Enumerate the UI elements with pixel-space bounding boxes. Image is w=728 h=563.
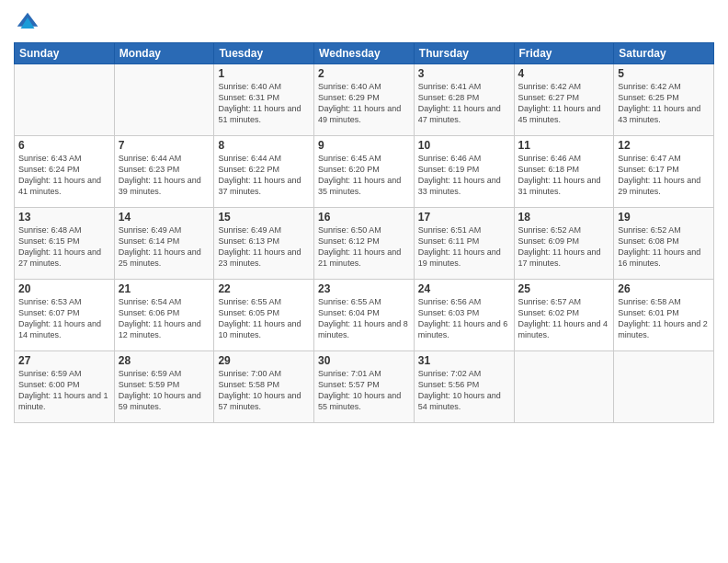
calendar-cell: 29Sunrise: 7:00 AMSunset: 5:58 PMDayligh… <box>214 351 314 423</box>
day-info: Sunrise: 6:44 AMSunset: 6:23 PMDaylight:… <box>119 153 210 198</box>
day-number: 6 <box>18 139 110 152</box>
day-info: Sunrise: 6:45 AMSunset: 6:20 PMDaylight:… <box>318 153 410 198</box>
day-info: Sunrise: 6:59 AMSunset: 6:00 PMDaylight:… <box>18 368 110 413</box>
calendar-cell: 19Sunrise: 6:52 AMSunset: 6:08 PMDayligh… <box>614 208 714 280</box>
day-info: Sunrise: 6:44 AMSunset: 6:22 PMDaylight:… <box>218 153 310 198</box>
calendar-cell: 22Sunrise: 6:55 AMSunset: 6:05 PMDayligh… <box>214 280 314 351</box>
day-number: 9 <box>318 139 410 152</box>
day-number: 12 <box>618 139 710 152</box>
calendar-cell <box>114 64 214 136</box>
logo-icon <box>14 9 41 37</box>
calendar-cell: 5Sunrise: 6:42 AMSunset: 6:25 PMDaylight… <box>614 64 714 136</box>
day-number: 25 <box>518 282 610 295</box>
week-row-4: 20Sunrise: 6:53 AMSunset: 6:07 PMDayligh… <box>15 280 714 351</box>
day-info: Sunrise: 6:46 AMSunset: 6:19 PMDaylight:… <box>418 153 510 198</box>
day-info: Sunrise: 6:59 AMSunset: 5:59 PMDaylight:… <box>119 368 210 413</box>
calendar-cell <box>15 64 115 136</box>
calendar-cell: 12Sunrise: 6:47 AMSunset: 6:17 PMDayligh… <box>614 136 714 208</box>
day-info: Sunrise: 6:42 AMSunset: 6:27 PMDaylight:… <box>518 81 610 126</box>
calendar-cell: 13Sunrise: 6:48 AMSunset: 6:15 PMDayligh… <box>15 208 115 280</box>
day-number: 10 <box>418 139 510 152</box>
calendar-cell: 8Sunrise: 6:44 AMSunset: 6:22 PMDaylight… <box>214 136 314 208</box>
day-info: Sunrise: 6:54 AMSunset: 6:06 PMDaylight:… <box>119 296 210 341</box>
day-number: 15 <box>218 211 310 224</box>
day-info: Sunrise: 6:47 AMSunset: 6:17 PMDaylight:… <box>618 153 710 198</box>
calendar-cell <box>614 351 714 423</box>
calendar-cell: 11Sunrise: 6:46 AMSunset: 6:18 PMDayligh… <box>514 136 614 208</box>
weekday-header-wednesday: Wednesday <box>314 43 415 64</box>
day-number: 19 <box>618 211 710 224</box>
calendar-cell: 26Sunrise: 6:58 AMSunset: 6:01 PMDayligh… <box>614 280 714 351</box>
day-info: Sunrise: 6:41 AMSunset: 6:28 PMDaylight:… <box>418 81 510 126</box>
day-info: Sunrise: 7:02 AMSunset: 5:56 PMDaylight:… <box>418 368 510 413</box>
calendar-cell: 4Sunrise: 6:42 AMSunset: 6:27 PMDaylight… <box>514 64 614 136</box>
day-number: 13 <box>18 211 110 224</box>
calendar-cell: 10Sunrise: 6:46 AMSunset: 6:19 PMDayligh… <box>414 136 514 208</box>
header <box>14 9 714 37</box>
calendar-cell: 7Sunrise: 6:44 AMSunset: 6:23 PMDaylight… <box>114 136 214 208</box>
calendar-cell: 30Sunrise: 7:01 AMSunset: 5:57 PMDayligh… <box>314 351 415 423</box>
week-row-3: 13Sunrise: 6:48 AMSunset: 6:15 PMDayligh… <box>15 208 714 280</box>
week-row-2: 6Sunrise: 6:43 AMSunset: 6:24 PMDaylight… <box>15 136 714 208</box>
calendar-cell: 6Sunrise: 6:43 AMSunset: 6:24 PMDaylight… <box>15 136 115 208</box>
day-number: 4 <box>518 67 610 80</box>
day-number: 30 <box>318 354 410 367</box>
weekday-header-thursday: Thursday <box>414 43 514 64</box>
day-number: 24 <box>418 282 510 295</box>
page: SundayMondayTuesdayWednesdayThursdayFrid… <box>0 0 728 563</box>
day-number: 1 <box>218 67 310 80</box>
day-info: Sunrise: 6:52 AMSunset: 6:08 PMDaylight:… <box>618 224 710 270</box>
day-info: Sunrise: 6:40 AMSunset: 6:31 PMDaylight:… <box>218 81 310 126</box>
day-info: Sunrise: 6:52 AMSunset: 6:09 PMDaylight:… <box>518 224 610 270</box>
day-info: Sunrise: 6:57 AMSunset: 6:02 PMDaylight:… <box>518 296 610 341</box>
weekday-header-monday: Monday <box>114 43 214 64</box>
day-number: 17 <box>418 211 510 224</box>
calendar-cell <box>514 351 614 423</box>
day-number: 11 <box>518 139 610 152</box>
calendar-cell: 16Sunrise: 6:50 AMSunset: 6:12 PMDayligh… <box>314 208 415 280</box>
logo <box>14 9 45 37</box>
calendar-cell: 3Sunrise: 6:41 AMSunset: 6:28 PMDaylight… <box>414 64 514 136</box>
day-number: 26 <box>618 282 710 295</box>
day-number: 14 <box>119 211 210 224</box>
weekday-header-tuesday: Tuesday <box>214 43 314 64</box>
day-info: Sunrise: 6:42 AMSunset: 6:25 PMDaylight:… <box>618 81 710 126</box>
calendar-cell: 1Sunrise: 6:40 AMSunset: 6:31 PMDaylight… <box>214 64 314 136</box>
day-info: Sunrise: 6:50 AMSunset: 6:12 PMDaylight:… <box>318 224 410 270</box>
calendar-cell: 20Sunrise: 6:53 AMSunset: 6:07 PMDayligh… <box>15 280 115 351</box>
weekday-header-sunday: Sunday <box>15 43 115 64</box>
weekday-header-row: SundayMondayTuesdayWednesdayThursdayFrid… <box>15 43 714 64</box>
day-info: Sunrise: 7:00 AMSunset: 5:58 PMDaylight:… <box>218 368 310 413</box>
day-info: Sunrise: 6:58 AMSunset: 6:01 PMDaylight:… <box>618 296 710 341</box>
calendar-table: SundayMondayTuesdayWednesdayThursdayFrid… <box>14 42 714 423</box>
calendar-cell: 9Sunrise: 6:45 AMSunset: 6:20 PMDaylight… <box>314 136 415 208</box>
day-number: 21 <box>119 282 210 295</box>
day-number: 7 <box>119 139 210 152</box>
calendar-cell: 31Sunrise: 7:02 AMSunset: 5:56 PMDayligh… <box>414 351 514 423</box>
day-number: 16 <box>318 211 410 224</box>
week-row-1: 1Sunrise: 6:40 AMSunset: 6:31 PMDaylight… <box>15 64 714 136</box>
day-info: Sunrise: 6:40 AMSunset: 6:29 PMDaylight:… <box>318 81 410 126</box>
calendar-cell: 24Sunrise: 6:56 AMSunset: 6:03 PMDayligh… <box>414 280 514 351</box>
day-info: Sunrise: 6:49 AMSunset: 6:13 PMDaylight:… <box>218 224 310 270</box>
day-number: 28 <box>119 354 210 367</box>
day-info: Sunrise: 6:49 AMSunset: 6:14 PMDaylight:… <box>119 224 210 270</box>
calendar-cell: 17Sunrise: 6:51 AMSunset: 6:11 PMDayligh… <box>414 208 514 280</box>
calendar-cell: 25Sunrise: 6:57 AMSunset: 6:02 PMDayligh… <box>514 280 614 351</box>
day-number: 20 <box>18 282 110 295</box>
weekday-header-saturday: Saturday <box>614 43 714 64</box>
day-number: 3 <box>418 67 510 80</box>
calendar-cell: 23Sunrise: 6:55 AMSunset: 6:04 PMDayligh… <box>314 280 415 351</box>
day-number: 8 <box>218 139 310 152</box>
day-info: Sunrise: 7:01 AMSunset: 5:57 PMDaylight:… <box>318 368 410 413</box>
day-number: 27 <box>18 354 110 367</box>
week-row-5: 27Sunrise: 6:59 AMSunset: 6:00 PMDayligh… <box>15 351 714 423</box>
day-number: 5 <box>618 67 710 80</box>
day-info: Sunrise: 6:55 AMSunset: 6:04 PMDaylight:… <box>318 296 410 341</box>
day-number: 29 <box>218 354 310 367</box>
day-number: 22 <box>218 282 310 295</box>
calendar-cell: 18Sunrise: 6:52 AMSunset: 6:09 PMDayligh… <box>514 208 614 280</box>
calendar-cell: 28Sunrise: 6:59 AMSunset: 5:59 PMDayligh… <box>114 351 214 423</box>
day-info: Sunrise: 6:55 AMSunset: 6:05 PMDaylight:… <box>218 296 310 341</box>
calendar-cell: 15Sunrise: 6:49 AMSunset: 6:13 PMDayligh… <box>214 208 314 280</box>
